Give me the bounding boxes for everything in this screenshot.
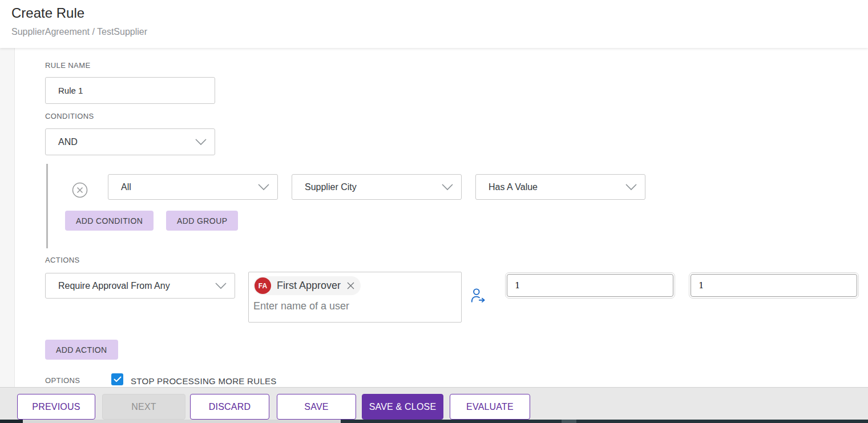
next-button[interactable]: NEXT xyxy=(102,394,185,420)
rule-name-input[interactable] xyxy=(45,77,215,104)
rule-name-label: RULE NAME xyxy=(45,61,90,70)
condition-group-line xyxy=(46,164,48,248)
remove-condition-icon xyxy=(72,182,88,198)
action-type-value: Require Approval From Any xyxy=(58,281,170,291)
condition-comparison-select[interactable]: Has A Value xyxy=(475,174,645,200)
taskbar-sliver xyxy=(23,420,341,423)
condition-comparison-value: Has A Value xyxy=(488,182,538,192)
taskbar-sliver xyxy=(341,420,562,423)
save-button[interactable]: SAVE xyxy=(277,394,356,420)
condition-scope-value: All xyxy=(121,182,131,192)
add-user-icon xyxy=(470,287,487,304)
condition-scope-select[interactable]: All xyxy=(108,174,278,200)
left-gutter xyxy=(0,48,15,387)
remove-approver-button[interactable] xyxy=(346,281,355,290)
breadcrumb: SupplierAgreement / TestSupplier xyxy=(11,27,147,37)
approver-name: First Approver xyxy=(277,280,341,292)
discard-button[interactable]: DISCARD xyxy=(190,394,269,420)
approver-picker[interactable]: FA First Approver xyxy=(248,272,462,323)
chevron-down-icon xyxy=(625,184,637,191)
page-title: Create Rule xyxy=(11,5,84,21)
actions-label: ACTIONS xyxy=(45,256,80,264)
save-and-close-button[interactable]: SAVE & CLOSE xyxy=(362,394,443,420)
approver-chip[interactable]: FA First Approver xyxy=(253,276,361,295)
stop-processing-label: STOP PROCESSING MORE RULES xyxy=(131,376,277,386)
approval-count-value-2: 1 xyxy=(691,274,857,297)
remove-condition-button[interactable] xyxy=(72,182,88,198)
chevron-down-icon xyxy=(258,184,269,191)
approval-count-input-1[interactable]: 1 xyxy=(505,272,675,299)
approver-search-input[interactable] xyxy=(253,300,457,312)
taskbar-sliver xyxy=(576,420,868,423)
condition-operator-select[interactable]: AND xyxy=(45,128,215,155)
chevron-down-icon xyxy=(442,184,453,191)
chevron-down-icon xyxy=(195,139,207,146)
checkmark-icon xyxy=(114,376,122,382)
approval-count-input-2[interactable]: 1 xyxy=(689,272,859,299)
taskbar-sliver xyxy=(0,420,23,423)
header: Create Rule SupplierAgreement / TestSupp… xyxy=(0,0,868,48)
add-action-button[interactable]: ADD ACTION xyxy=(45,340,118,360)
add-condition-button[interactable]: ADD CONDITION xyxy=(65,211,154,231)
add-user-button[interactable] xyxy=(470,287,487,307)
add-group-button[interactable]: ADD GROUP xyxy=(166,211,238,231)
close-icon xyxy=(346,281,355,290)
taskbar-sliver xyxy=(562,420,576,423)
avatar: FA xyxy=(255,277,271,294)
condition-field-value: Supplier City xyxy=(305,182,357,192)
approval-count-value-1: 1 xyxy=(507,274,673,297)
action-type-select[interactable]: Require Approval From Any xyxy=(45,273,235,299)
conditions-label: CONDITIONS xyxy=(45,112,94,120)
chevron-down-icon xyxy=(215,283,227,289)
footer-toolbar: PREVIOUS NEXT DISCARD SAVE SAVE & CLOSE … xyxy=(0,387,868,420)
condition-field-select[interactable]: Supplier City xyxy=(292,174,462,200)
stop-processing-checkbox[interactable] xyxy=(111,373,123,385)
evaluate-button[interactable]: EVALUATE xyxy=(450,394,530,420)
previous-button[interactable]: PREVIOUS xyxy=(17,394,95,420)
options-label: OPTIONS xyxy=(45,376,80,385)
condition-operator-value: AND xyxy=(58,137,78,147)
